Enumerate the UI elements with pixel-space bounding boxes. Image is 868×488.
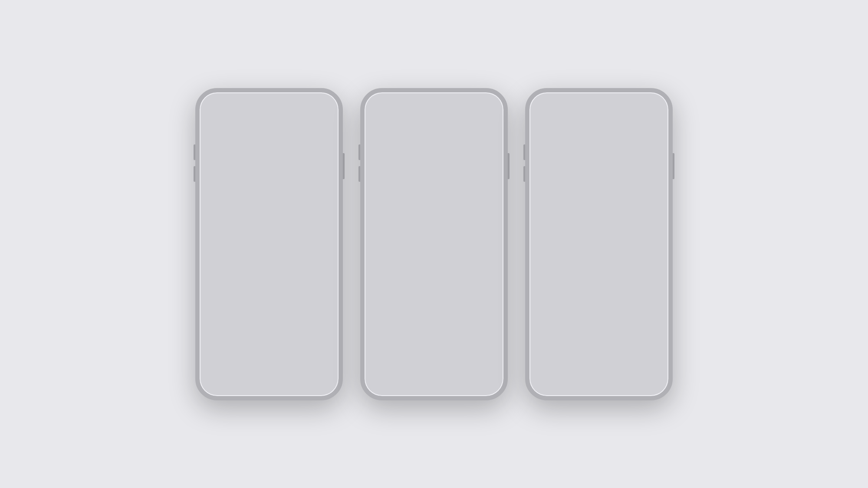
key-123-1[interactable]: 123 xyxy=(201,351,220,368)
mic-icon-2[interactable]: 🎤 xyxy=(429,373,439,383)
key-u[interactable]: u xyxy=(285,291,297,308)
key-c[interactable]: c xyxy=(249,330,261,347)
key-m[interactable]: m xyxy=(471,330,483,347)
key-p[interactable]: p xyxy=(658,291,669,308)
key-f[interactable]: f xyxy=(412,310,425,328)
key-y[interactable]: y xyxy=(435,291,447,308)
backspace-key-3[interactable]: ⌫ xyxy=(650,330,667,347)
key-v[interactable]: v xyxy=(263,330,275,347)
key-w[interactable]: w xyxy=(543,291,555,308)
suggestion-2-3[interactable]: bagel's xyxy=(456,277,500,287)
search-bar-2[interactable]: ✦ Lox bagel xyxy=(370,257,498,274)
key-y[interactable]: y xyxy=(270,291,283,308)
key-w[interactable]: w xyxy=(378,291,390,308)
mic-icon-3[interactable]: 🎤 xyxy=(594,373,604,383)
key-q[interactable]: q xyxy=(200,291,211,308)
key-k[interactable]: k xyxy=(308,310,321,328)
key-i[interactable]: i xyxy=(629,291,641,308)
key-q[interactable]: q xyxy=(365,291,376,308)
key-i[interactable]: i xyxy=(299,291,311,308)
key-j[interactable]: j xyxy=(458,310,471,328)
key-k[interactable]: k xyxy=(638,310,651,328)
key-h[interactable]: h xyxy=(608,310,621,328)
backspace-key-1[interactable]: ⌫ xyxy=(320,330,337,347)
key-c[interactable]: c xyxy=(579,330,591,347)
key-u[interactable]: u xyxy=(615,291,627,308)
done-key-3[interactable]: done xyxy=(641,351,667,368)
cancel-button-2[interactable]: Cancel xyxy=(373,111,395,118)
search-bar-1[interactable]: ✦ Smiley relaxing wearing cucumbers xyxy=(205,257,333,274)
key-v[interactable]: v xyxy=(593,330,605,347)
insert-button-2[interactable]: Insert xyxy=(477,111,495,118)
cancel-button-3[interactable]: Cancel xyxy=(538,111,560,118)
key-p[interactable]: p xyxy=(328,291,339,308)
key-b[interactable]: b xyxy=(607,330,619,347)
emoji-secondary-3[interactable]: 🐿️ xyxy=(630,172,660,196)
key-i[interactable]: i xyxy=(464,291,476,308)
shift-key-2[interactable]: ⇧ xyxy=(366,330,383,347)
key-f[interactable]: f xyxy=(577,310,590,328)
done-key-2[interactable]: done xyxy=(477,351,502,368)
key-p[interactable]: p xyxy=(493,291,504,308)
key-j[interactable]: j xyxy=(293,310,306,328)
key-f[interactable]: f xyxy=(247,310,260,328)
key-y[interactable]: y xyxy=(600,291,612,308)
key-u[interactable]: u xyxy=(450,291,462,308)
key-t[interactable]: t xyxy=(256,291,268,308)
backspace-key-2[interactable]: ⌫ xyxy=(485,330,502,347)
done-key-1[interactable]: done xyxy=(312,351,337,368)
key-d[interactable]: d xyxy=(562,310,575,328)
key-r[interactable]: r xyxy=(242,291,254,308)
key-q[interactable]: q xyxy=(529,291,541,308)
key-s[interactable]: s xyxy=(547,310,560,328)
key-t[interactable]: t xyxy=(586,291,598,308)
suggestion-3[interactable]: cucumber's xyxy=(291,277,335,287)
key-e[interactable]: e xyxy=(392,291,404,308)
key-z[interactable]: z xyxy=(385,330,397,347)
suggestion-2-1[interactable]: "bagel" xyxy=(368,277,412,287)
key-n[interactable]: n xyxy=(292,330,304,347)
key-z[interactable]: z xyxy=(220,330,232,347)
key-o[interactable]: o xyxy=(478,291,490,308)
suggestion-3-1[interactable]: "DJ" xyxy=(533,277,665,287)
shift-key-3[interactable]: ⇧ xyxy=(531,330,548,347)
key-e[interactable]: e xyxy=(557,291,569,308)
key-a[interactable]: a xyxy=(367,310,380,328)
key-123-2[interactable]: 123 xyxy=(366,351,385,368)
key-b[interactable]: b xyxy=(277,330,289,347)
key-h[interactable]: h xyxy=(443,310,456,328)
key-d[interactable]: d xyxy=(232,310,245,328)
key-l[interactable]: l xyxy=(653,310,666,328)
suggestion-2[interactable]: cucumber xyxy=(247,277,292,287)
key-123-3[interactable]: 123 xyxy=(531,351,550,368)
key-o[interactable]: o xyxy=(643,291,655,308)
key-o[interactable]: o xyxy=(313,291,326,308)
shift-key-1[interactable]: ⇧ xyxy=(201,330,218,347)
key-s[interactable]: s xyxy=(217,310,230,328)
key-x[interactable]: x xyxy=(234,330,247,347)
key-t[interactable]: t xyxy=(421,291,433,308)
space-key-2[interactable]: space xyxy=(388,351,474,368)
key-g[interactable]: g xyxy=(263,310,276,328)
insert-button-1[interactable]: Insert xyxy=(312,111,330,118)
emoji-primary-3[interactable]: 🐿️🎵 xyxy=(538,149,621,218)
key-r[interactable]: r xyxy=(572,291,584,308)
key-a[interactable]: a xyxy=(532,310,545,328)
key-b[interactable]: b xyxy=(442,330,454,347)
key-j[interactable]: j xyxy=(623,310,636,328)
key-n[interactable]: n xyxy=(621,330,634,347)
space-key-1[interactable]: space xyxy=(223,351,309,368)
emoji-primary-1[interactable]: 🥒😎 xyxy=(208,149,273,218)
cancel-button-1[interactable]: Cancel xyxy=(208,111,230,118)
key-n[interactable]: n xyxy=(457,330,469,347)
key-c[interactable]: c xyxy=(414,330,426,347)
search-bar-3[interactable]: ✦ Squirrel DJ xyxy=(535,257,663,274)
emoji-primary-2[interactable]: 🥯 xyxy=(392,166,435,201)
key-e[interactable]: e xyxy=(227,291,240,308)
key-a[interactable]: a xyxy=(202,310,215,328)
key-m[interactable]: m xyxy=(306,330,318,347)
key-x[interactable]: x xyxy=(399,330,411,347)
key-d[interactable]: d xyxy=(397,310,410,328)
suggestion-2-2[interactable]: bagels xyxy=(412,277,457,287)
key-k[interactable]: k xyxy=(473,310,486,328)
